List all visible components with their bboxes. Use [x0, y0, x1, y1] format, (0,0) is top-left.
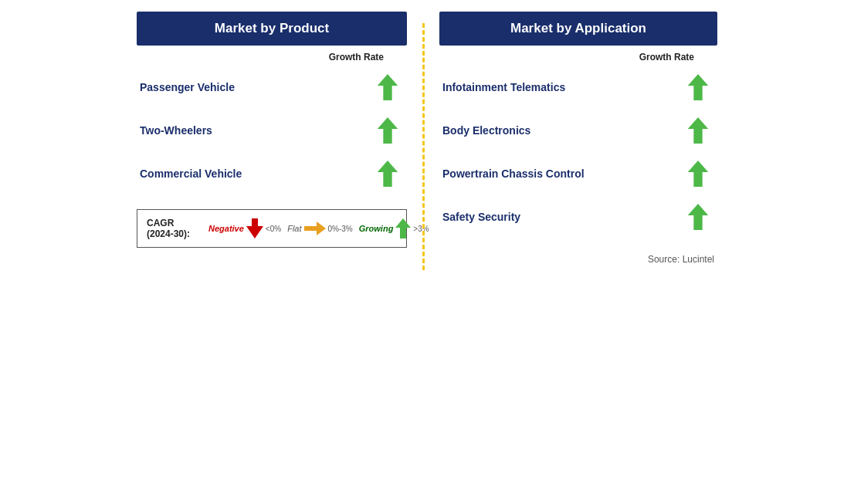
left-panel-title: Market by Product — [137, 12, 407, 46]
right-growth-rate-label: Growth Rate — [439, 52, 717, 63]
legend-growing-arrow — [395, 218, 411, 238]
right-item-body-electronics-label: Body Electronics — [442, 124, 530, 137]
legend-flat-label: Flat — [287, 224, 301, 233]
right-item-infotainment: Infotainment Telematics — [439, 66, 717, 109]
source-text: Source: Lucintel — [439, 254, 717, 265]
svg-marker-0 — [378, 74, 398, 100]
legend-growing-label: Growing — [359, 224, 394, 233]
legend-growing: Growing >3% — [359, 218, 429, 238]
body-electronics-growth-arrow — [686, 117, 710, 144]
safety-growth-arrow — [686, 203, 710, 231]
left-item-passenger-label: Passenger Vehicle — [140, 81, 235, 93]
powertrain-growth-arrow — [686, 160, 710, 188]
right-item-powertrain: Powertrain Chassis Control — [439, 152, 717, 195]
left-panel: Market by Product Growth Rate Passenger … — [129, 12, 415, 248]
svg-marker-7 — [688, 117, 708, 144]
legend-box: CAGR(2024-30): Negative <0% Flat 0%-3% — [137, 209, 407, 248]
left-item-passenger: Passenger Vehicle — [137, 66, 407, 109]
legend-negative: Negative <0% — [208, 218, 281, 238]
commercial-growth-arrow — [376, 160, 399, 188]
divider — [422, 12, 424, 270]
svg-marker-3 — [246, 218, 263, 238]
right-item-infotainment-label: Infotainment Telematics — [442, 81, 565, 93]
legend-negative-label: Negative — [208, 224, 244, 233]
infotainment-growth-arrow — [686, 73, 710, 101]
legend-flat: Flat 0%-3% — [287, 222, 353, 235]
left-item-commercial: Commercial Vehicle — [137, 152, 407, 195]
svg-marker-8 — [688, 161, 708, 187]
legend-flat-pct: 0%-3% — [328, 225, 353, 233]
legend-negative-pct: <0% — [266, 225, 281, 233]
svg-marker-2 — [378, 161, 398, 187]
left-item-commercial-label: Commercial Vehicle — [140, 167, 242, 180]
page-wrapper: Market by Product Growth Rate Passenger … — [0, 0, 854, 504]
charts-container: Market by Product Growth Rate Passenger … — [129, 12, 725, 270]
passenger-growth-arrow — [376, 73, 399, 101]
right-item-body-electronics: Body Electronics — [439, 109, 717, 152]
two-wheelers-growth-arrow — [376, 117, 399, 144]
right-item-safety: Safety Security — [439, 195, 717, 238]
legend-cagr-label: CAGR(2024-30): — [147, 218, 202, 239]
svg-marker-6 — [688, 74, 708, 100]
dashed-line — [422, 23, 425, 270]
right-panel: Market by Application Growth Rate Infota… — [432, 12, 725, 265]
legend-flat-arrow — [304, 222, 326, 235]
right-panel-title: Market by Application — [439, 12, 717, 46]
legend-negative-arrow — [246, 218, 263, 238]
svg-marker-5 — [395, 218, 411, 238]
svg-marker-4 — [304, 222, 326, 235]
right-item-safety-label: Safety Security — [442, 211, 520, 223]
left-item-two-wheelers-label: Two-Wheelers — [140, 124, 212, 137]
legend-growing-pct: >3% — [413, 225, 429, 233]
left-item-two-wheelers: Two-Wheelers — [137, 109, 407, 152]
svg-marker-1 — [378, 117, 398, 144]
svg-marker-9 — [688, 204, 708, 230]
left-growth-rate-label: Growth Rate — [137, 52, 407, 63]
right-item-powertrain-label: Powertrain Chassis Control — [442, 167, 585, 180]
